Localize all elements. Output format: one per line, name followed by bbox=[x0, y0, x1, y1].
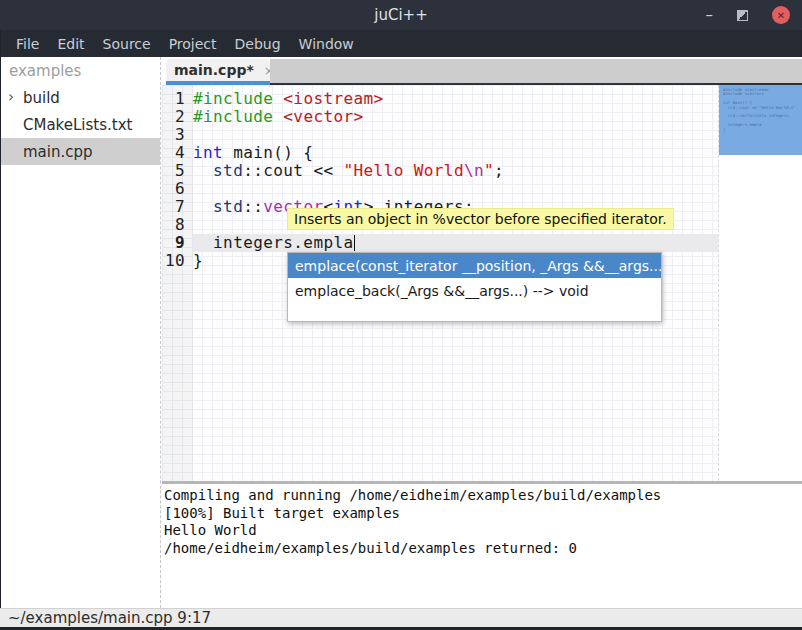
code-text: #include <iostream> bbox=[193, 90, 718, 108]
token: ; bbox=[494, 161, 504, 180]
minimize-icon[interactable]: – bbox=[706, 10, 714, 20]
file-label: CMakeLists.txt bbox=[23, 116, 132, 134]
token bbox=[273, 89, 283, 108]
sidebar-item-main-cpp[interactable]: main.cpp bbox=[1, 138, 160, 165]
line-number: 2 bbox=[162, 108, 193, 126]
code-text bbox=[193, 126, 718, 144]
line-number: 6 bbox=[162, 180, 193, 198]
token bbox=[273, 107, 283, 126]
menu-item-edit[interactable]: Edit bbox=[48, 32, 93, 56]
code-line-3[interactable]: 3 bbox=[162, 126, 718, 144]
file-label: build bbox=[23, 89, 60, 107]
completion-item-2[interactable]: emplace_back(_Args &&__args...) --> void bbox=[288, 278, 661, 303]
text-cursor bbox=[354, 235, 356, 251]
token: \n bbox=[464, 161, 484, 180]
menu-item-window[interactable]: Window bbox=[290, 32, 363, 56]
token: :: bbox=[243, 197, 263, 216]
line-number: 9 bbox=[162, 234, 193, 252]
menu-item-source[interactable]: Source bbox=[94, 32, 160, 56]
token: integers.empla bbox=[193, 233, 354, 252]
code-text: std::cout << "Hello World\n"; bbox=[193, 162, 718, 180]
token: #include bbox=[193, 107, 273, 126]
restore-icon[interactable] bbox=[737, 10, 748, 21]
status-bar: ~/examples/main.cpp 9:17 bbox=[0, 608, 802, 627]
file-label: main.cpp bbox=[23, 143, 93, 161]
code-text: int main() { bbox=[193, 144, 718, 162]
output-line: Hello World bbox=[164, 522, 802, 540]
sidebar-item-build[interactable]: ›build bbox=[1, 84, 160, 111]
token: #include bbox=[193, 89, 273, 108]
status-file-position: ~/examples/main.cpp 9:17 bbox=[8, 609, 211, 627]
menu-item-file[interactable]: File bbox=[7, 32, 48, 56]
minimap-code: #include <iostream> #include <vector> in… bbox=[719, 85, 802, 132]
menu-item-debug[interactable]: Debug bbox=[226, 32, 290, 56]
line-number: 8 bbox=[162, 216, 193, 234]
token: <vector> bbox=[283, 107, 363, 126]
window-title: juCi++ bbox=[374, 6, 427, 24]
project-name-header: examples bbox=[1, 57, 160, 84]
output-line: /home/eidheim/examples/build/examples re… bbox=[164, 540, 802, 558]
token: std bbox=[213, 197, 243, 216]
token: } bbox=[193, 251, 203, 270]
token: " bbox=[484, 161, 494, 180]
doc-tooltip: Inserts an object in %vector before spec… bbox=[287, 208, 674, 230]
minimap-visible-region[interactable]: #include <iostream> #include <vector> in… bbox=[719, 85, 802, 155]
source-editor[interactable]: 1#include <iostream>2#include <vector>34… bbox=[162, 85, 802, 481]
editor-pane: main.cpp* × 1#include <iostream>2#includ… bbox=[162, 57, 802, 608]
line-number: 5 bbox=[162, 162, 193, 180]
sidebar-item-cmakelists-txt[interactable]: CMakeLists.txt bbox=[1, 111, 160, 138]
tab-main-cpp[interactable]: main.cpp* × bbox=[166, 59, 270, 81]
code-text: integers.empla bbox=[193, 234, 718, 252]
token: int bbox=[193, 143, 223, 162]
tab-bar: main.cpp* × bbox=[162, 57, 802, 85]
code-line-9[interactable]: 9 integers.empla bbox=[162, 234, 718, 252]
window-controls: – ✕ bbox=[706, 0, 791, 30]
token bbox=[193, 161, 213, 180]
build-output-panel: Compiling and running /home/eidheim/exam… bbox=[162, 484, 802, 608]
close-icon[interactable]: ✕ bbox=[772, 6, 790, 24]
line-number: 7 bbox=[162, 198, 193, 216]
file-tree-sidebar: examples ›buildCMakeLists.txtmain.cpp bbox=[1, 57, 161, 608]
token: <iostream> bbox=[283, 89, 383, 108]
chevron-right-icon[interactable]: › bbox=[8, 88, 14, 106]
line-number: 10 bbox=[162, 252, 193, 270]
autocomplete-popup: emplace(const_iterator __position, _Args… bbox=[287, 252, 662, 322]
code-line-5[interactable]: 5 std::cout << "Hello World\n"; bbox=[162, 162, 718, 180]
code-line-4[interactable]: 4int main() { bbox=[162, 144, 718, 162]
line-number: 3 bbox=[162, 126, 193, 144]
token bbox=[193, 197, 213, 216]
completion-item-1[interactable]: emplace(const_iterator __position, _Args… bbox=[288, 253, 661, 278]
menu-bar: FileEditSourceProjectDebugWindow bbox=[1, 30, 801, 57]
line-number: 4 bbox=[162, 144, 193, 162]
code-line-2[interactable]: 2#include <vector> bbox=[162, 108, 718, 126]
menu-item-project[interactable]: Project bbox=[160, 32, 226, 56]
output-line: Compiling and running /home/eidheim/exam… bbox=[164, 487, 802, 505]
tab-label: main.cpp* bbox=[174, 62, 254, 78]
output-line: [100%] Built target examples bbox=[164, 505, 802, 523]
code-line-6[interactable]: 6 bbox=[162, 180, 718, 198]
minimap[interactable]: #include <iostream> #include <vector> in… bbox=[718, 85, 802, 481]
token: main() { bbox=[223, 143, 313, 162]
code-line-1[interactable]: 1#include <iostream> bbox=[162, 90, 718, 108]
app-window: juCi++ – ✕ FileEditSourceProjectDebugWin… bbox=[0, 0, 802, 630]
code-area[interactable]: 1#include <iostream>2#include <vector>34… bbox=[162, 90, 718, 270]
token: std bbox=[213, 161, 243, 180]
code-text: #include <vector> bbox=[193, 108, 718, 126]
file-tree: ›buildCMakeLists.txtmain.cpp bbox=[1, 84, 160, 165]
token: ::cout << bbox=[243, 161, 343, 180]
code-text bbox=[193, 180, 718, 198]
tab-bar-filler bbox=[270, 59, 802, 85]
line-number: 1 bbox=[162, 90, 193, 108]
token: "Hello World bbox=[344, 161, 464, 180]
titlebar[interactable]: juCi++ – ✕ bbox=[0, 0, 802, 30]
